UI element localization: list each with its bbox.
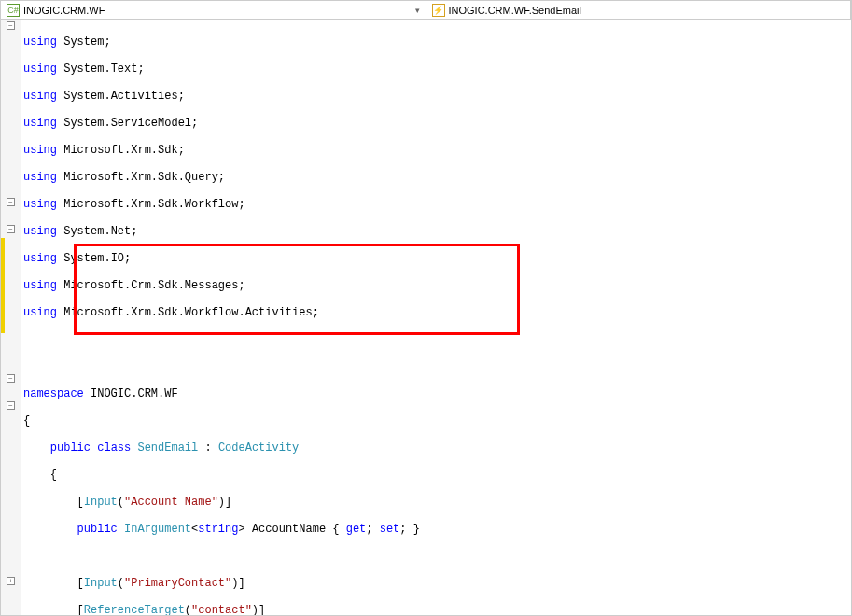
chevron-down-icon: ▾ [415, 6, 420, 15]
editor-gutter: − − − − − + [1, 20, 21, 615]
scope-dropdown-right[interactable]: ⚡ INOGIC.CRM.WF.SendEmail [426, 1, 852, 19]
fold-toggle[interactable]: + [7, 577, 15, 585]
fold-toggle[interactable]: − [7, 374, 15, 383]
fold-toggle[interactable]: − [7, 198, 15, 206]
class-icon: ⚡ [432, 4, 445, 17]
fold-toggle[interactable]: − [7, 401, 15, 410]
breadcrumb-bar: C# INOGIC.CRM.WF ▾ ⚡ INOGIC.CRM.WF.SendE… [1, 1, 851, 20]
fold-toggle[interactable]: − [7, 225, 15, 233]
change-indicator [1, 238, 5, 333]
scope-dropdown-left[interactable]: C# INOGIC.CRM.WF ▾ [1, 1, 426, 19]
csharp-icon: C# [7, 4, 20, 17]
scope-left-text: INOGIC.CRM.WF [23, 5, 105, 16]
code-area[interactable]: using System; using System.Text; using S… [21, 20, 851, 615]
scope-right-text: INOGIC.CRM.WF.SendEmail [449, 5, 581, 16]
code-editor[interactable]: − − − − − + using System; using System.T… [1, 20, 851, 615]
fold-toggle[interactable]: − [7, 21, 15, 30]
